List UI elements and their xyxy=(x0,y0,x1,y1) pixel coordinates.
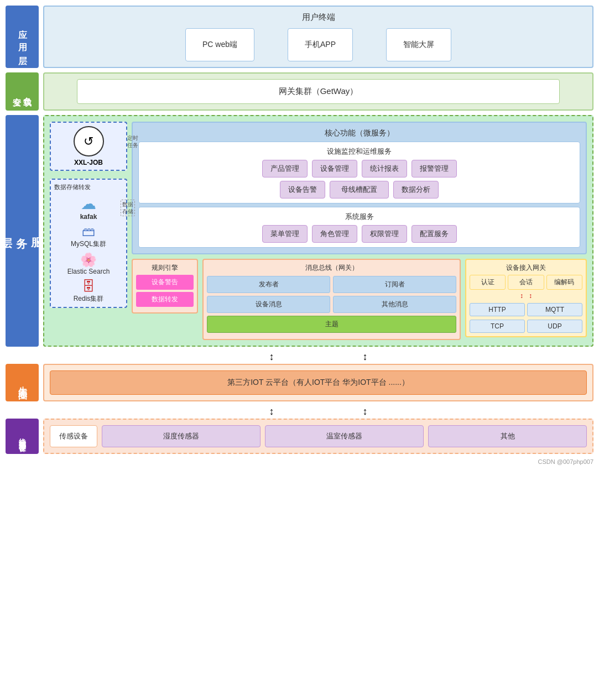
gw-protocol-row2: TCP UDP xyxy=(470,320,582,333)
rule-device-alarm: 设备警告 xyxy=(136,275,194,290)
gw-protocol-row: HTTP MQTT xyxy=(470,303,582,316)
sys-perm: 权限管理 xyxy=(362,225,407,243)
terminal-greenhouse: 温室传感器 xyxy=(265,425,424,447)
monitor-funcs-row2: 设备告警 母线槽配置 数据分析 xyxy=(143,181,575,198)
system-box: 系统服务 菜单管理 角色管理 权限管理 配置服务 xyxy=(138,207,580,248)
bottom-service-row: 规则引擎 设备警告 数据转发 消息总线（网关） 发布者 订阅者 设备消息 其他 xyxy=(132,259,587,340)
app-boxes: PC web端 手机APP 智能大屏 xyxy=(50,28,587,61)
gw-session: 会话 xyxy=(508,275,544,290)
device-gw-box: 设备接入网关 认证 会话 编解码 ↕ ↕ HTTP MQTT xyxy=(465,259,587,337)
terminal-inner: 传感设备 湿度传感器 温室传感器 其他 xyxy=(50,425,587,447)
user-terminal-title: 用户终端 xyxy=(50,12,587,23)
terminal-layer-label: 终端感知层设备 xyxy=(6,419,39,454)
app-layer-content: 用户终端 PC web端 手机APP 智能大屏 xyxy=(43,6,593,68)
load-layer: 负载安全 网关集群（GetWay） xyxy=(6,72,593,111)
xxljob-wrapper: ↺ 定时任务 xyxy=(54,126,123,156)
gw-tcp: TCP xyxy=(470,320,525,333)
mysql-icon: 🗃 xyxy=(82,224,95,239)
system-funcs: 菜单管理 角色管理 权限管理 配置服务 xyxy=(143,225,575,243)
kafka-item: ☁ kafak 数据存储 xyxy=(54,195,123,221)
rule-data-forward: 数据转发 xyxy=(136,292,194,307)
kafka-label: kafak xyxy=(80,213,97,221)
gw-codec: 编解码 xyxy=(546,275,582,290)
storage-title: 数据存储转发 xyxy=(54,183,123,191)
terminal-sensor-device: 传感设备 xyxy=(50,425,97,447)
core-functions-box: 核心功能（微服务） 设施监控和运维服务 产品管理 设备管理 统计报表 报警管理 xyxy=(132,122,587,254)
core-title: 核心功能（微服务） xyxy=(138,128,580,138)
func-stats: 统计报表 xyxy=(362,160,407,177)
smart-screen-box: 智能大屏 xyxy=(386,28,451,61)
gateway-box: 网关集群（GetWay） xyxy=(77,79,560,104)
redis-label: Redis集群 xyxy=(74,294,104,304)
gw-http: HTTP xyxy=(470,303,525,316)
func-device-alarm: 设备告警 xyxy=(280,181,325,198)
terminal-layer: 终端感知层设备 传感设备 湿度传感器 温室传感器 其他 xyxy=(6,419,593,454)
mobile-app-box: 手机APP xyxy=(288,28,353,61)
main-container: 应 用 层 用户终端 PC web端 手机APP 智能大屏 负载安全 网关集群（… xyxy=(6,6,593,465)
msg-device: 设备消息 xyxy=(207,296,330,313)
eco-layer: 生态圈 第三方IOT 云平台（有人IOT平台 华为IOT平台 ......） xyxy=(6,364,593,401)
func-data-analysis: 数据分析 xyxy=(393,181,439,198)
rule-title: 规则引擎 xyxy=(136,263,194,273)
msg-title: 消息总线（网关） xyxy=(207,263,456,273)
app-layer-label: 应 用 层 xyxy=(6,6,39,68)
sys-menu: 菜单管理 xyxy=(262,225,308,243)
service-main: 核心功能（微服务） 设施监控和运维服务 产品管理 设备管理 统计报表 报警管理 xyxy=(132,122,587,340)
elastic-icon: 🌸 xyxy=(80,252,97,268)
eco-layer-label: 生态圈 xyxy=(6,364,39,401)
service-layer: 服务层 ↺ 定时任务 XXL-JOB xyxy=(6,115,593,347)
kafka-icon: ☁ xyxy=(81,195,96,213)
func-alarm: 报警管理 xyxy=(412,160,457,177)
gw-auth: 认证 xyxy=(470,275,506,290)
elastic-label: Elastic Search xyxy=(67,268,110,275)
msg-publisher: 发布者 xyxy=(207,276,330,293)
sys-config: 配置服务 xyxy=(412,225,457,243)
redis-item: 🗄 Redis集群 xyxy=(54,279,123,304)
monitor-funcs-row1: 产品管理 设备管理 统计报表 报警管理 xyxy=(143,160,575,177)
topic-btn: 主题 xyxy=(207,316,456,333)
func-device: 设备管理 xyxy=(312,160,357,177)
schedule-tag: 定时任务 xyxy=(127,134,138,149)
mysql-item: 🗃 MySQL集群 xyxy=(54,224,123,249)
monitor-title: 设施监控和运维服务 xyxy=(143,147,575,156)
gw-top-row: 认证 会话 编解码 xyxy=(470,275,582,290)
gw-title: 设备接入网关 xyxy=(470,263,582,273)
monitor-box: 设施监控和运维服务 产品管理 设备管理 统计报表 报警管理 设备告警 母线槽配置 xyxy=(138,142,580,203)
xxljob-icon: ↺ xyxy=(74,126,104,156)
elastic-item: 🌸 Elastic Search xyxy=(54,252,123,275)
rule-box: 规则引擎 设备警告 数据转发 xyxy=(132,259,198,314)
eco-box: 第三方IOT 云平台（有人IOT平台 华为IOT平台 ......） xyxy=(50,370,587,395)
load-layer-content: 网关集群（GetWay） xyxy=(43,72,593,111)
eco-layer-content: 第三方IOT 云平台（有人IOT平台 华为IOT平台 ......） xyxy=(43,364,593,401)
service-layer-content: ↺ 定时任务 XXL-JOB 数据存储转发 ☁ xyxy=(43,115,593,347)
gw-mqtt: MQTT xyxy=(527,303,582,316)
msg-other: 其他消息 xyxy=(333,296,456,313)
left-storage-col: ↺ 定时任务 XXL-JOB 数据存储转发 ☁ xyxy=(50,122,127,340)
service-inner: ↺ 定时任务 XXL-JOB 数据存储转发 ☁ xyxy=(50,122,587,340)
msg-grid: 发布者 订阅者 设备消息 其他消息 主题 xyxy=(207,276,456,333)
system-title: 系统服务 xyxy=(143,212,575,222)
eco-terminal-arrows: ↕ ↕ xyxy=(6,406,593,417)
terminal-humidity: 湿度传感器 xyxy=(102,425,261,447)
load-layer-label: 负载安全 xyxy=(6,72,39,111)
sys-role: 角色管理 xyxy=(312,225,357,243)
func-busbar: 母线槽配置 xyxy=(330,181,389,198)
footer: CSDN @007php007 xyxy=(6,458,593,465)
pc-web-box: PC web端 xyxy=(185,28,254,61)
func-product: 产品管理 xyxy=(262,160,308,177)
app-layer: 应 用 层 用户终端 PC web端 手机APP 智能大屏 xyxy=(6,6,593,68)
terminal-other: 其他 xyxy=(428,425,587,447)
mysql-label: MySQL集群 xyxy=(71,239,106,249)
data-storage-section: 数据存储转发 ☁ kafak 数据存储 xyxy=(50,179,127,308)
msg-subscriber: 订阅者 xyxy=(333,276,456,293)
terminal-layer-content: 传感设备 湿度传感器 温室传感器 其他 xyxy=(43,419,593,454)
schedule-section: ↺ 定时任务 XXL-JOB xyxy=(50,122,127,171)
msg-bus-box: 消息总线（网关） 发布者 订阅者 设备消息 其他消息 主题 xyxy=(202,259,461,340)
service-layer-label: 服务层 xyxy=(6,115,39,347)
redis-icon: 🗄 xyxy=(82,279,95,294)
service-eco-arrows: ↕ ↕ xyxy=(6,351,593,363)
gw-udp: UDP xyxy=(527,320,582,333)
data-store-tag: 数据存储 xyxy=(121,200,135,216)
xxljob-label: XXL-JOB xyxy=(54,159,123,166)
